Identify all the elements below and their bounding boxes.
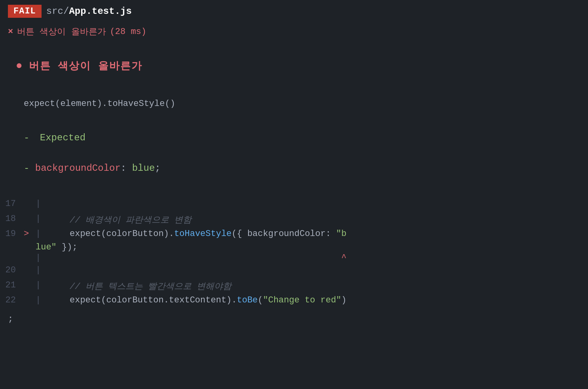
line-num-20: 20: [0, 265, 24, 275]
test-result-line: × 버튼 색상이 올바른가 (28 ms): [0, 23, 588, 41]
test-duration: (28 ms): [110, 27, 146, 37]
expected-text: Expected: [40, 132, 85, 143]
arrow-19: >: [24, 229, 36, 239]
caret-pipe: |: [36, 253, 41, 263]
line-num-17: 17: [0, 199, 24, 209]
line-content-18: // 배경색이 파란색으로 변함: [49, 214, 588, 226]
pipe-19: |: [36, 229, 41, 239]
bg-dash: -: [24, 163, 35, 174]
caret-symbol: ^: [49, 253, 347, 263]
code-line-19: 19 > | expect(colorButton).toHaveStyle({…: [0, 227, 588, 242]
pipe-22: |: [36, 295, 41, 305]
test-name-line: ● 버튼 색상이 올바른가: [0, 53, 588, 79]
bullet-icon: ●: [16, 60, 23, 72]
code-line-18: 18 | // 배경색이 파란색으로 변함: [0, 212, 588, 227]
line-num-21: 21: [0, 280, 24, 290]
expected-dash: -: [24, 132, 29, 143]
pipe-18: |: [36, 214, 41, 224]
line-content-21: // 버튼 텍스트는 빨간색으로 변해야함: [49, 280, 588, 292]
fail-badge: FAIL: [8, 5, 42, 18]
filename-main: App.test.js: [69, 6, 131, 17]
bg-color-text: - backgroundColor: blue;: [24, 163, 161, 174]
test-result-text: 버튼 색상이 올바른가: [17, 26, 106, 38]
expected-label: - Expected: [0, 125, 588, 147]
test-name: 버튼 색상이 올바른가: [29, 59, 142, 73]
filename: src/App.test.js: [46, 6, 132, 17]
code-block: 17 | 18 | // 배경색이 파란색으로 변함 19 > | expect…: [0, 193, 588, 313]
code-line-22: 22 | expect(colorButton.textContent).toB…: [0, 294, 588, 309]
caret-line: | ^: [0, 252, 588, 264]
bg-prop: backgroundColor: [35, 163, 121, 174]
bg-semi: ;: [155, 163, 160, 174]
line-19-wrap: lue" });: [0, 242, 588, 252]
terminal: FAIL src/App.test.js × 버튼 색상이 올바른가 (28 m…: [0, 0, 588, 389]
code-line-20: 20 |: [0, 264, 588, 279]
line-num-18: 18: [0, 214, 24, 224]
bottom-semicolon: ;: [0, 313, 588, 326]
line-num-22: 22: [0, 295, 24, 305]
header-bar: FAIL src/App.test.js: [0, 0, 588, 23]
line-content-22: expect(colorButton.textContent).toBe("Ch…: [49, 295, 588, 305]
bg-value: blue: [132, 163, 155, 174]
fail-icon: ×: [8, 27, 13, 37]
caret-spacer: [0, 253, 36, 263]
bg-color-line: - backgroundColor: blue;: [0, 159, 588, 181]
pipe-20: |: [36, 265, 41, 275]
line-num-19: 19: [0, 229, 24, 239]
expect-code-text: expect(element).toHaveStyle(): [24, 99, 175, 109]
bg-colon: :: [121, 163, 132, 174]
pipe-17: |: [36, 199, 41, 209]
expect-code-line: expect(element).toHaveStyle(): [0, 91, 588, 113]
filename-prefix: src/: [46, 6, 69, 17]
code-line-21: 21 | // 버튼 텍스트는 빨간색으로 변해야함: [0, 279, 588, 294]
pipe-21: |: [36, 280, 41, 290]
line-content-19: expect(colorButton).toHaveStyle({ backgr…: [49, 229, 588, 239]
code-line-17: 17 |: [0, 197, 588, 212]
